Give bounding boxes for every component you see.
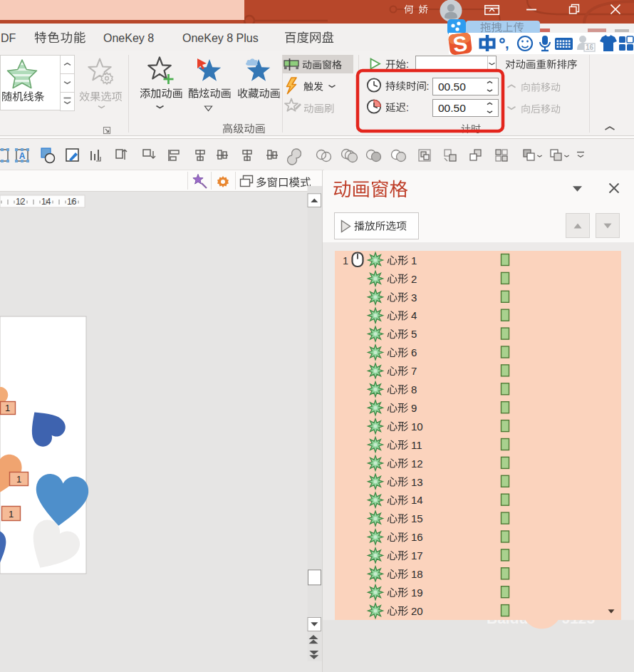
svg-text::: : bbox=[406, 58, 409, 70]
svg-text:4: 4 bbox=[411, 309, 417, 321]
svg-text:14: 14 bbox=[41, 197, 51, 207]
svg-text:12: 12 bbox=[16, 197, 26, 207]
svg-text:2: 2 bbox=[411, 273, 417, 285]
svg-text:00.50: 00.50 bbox=[438, 81, 466, 93]
svg-text:A: A bbox=[19, 151, 26, 161]
svg-text:DF: DF bbox=[1, 32, 16, 44]
svg-text:15: 15 bbox=[411, 512, 423, 524]
svg-text::: : bbox=[427, 81, 430, 92]
svg-text:11: 11 bbox=[411, 439, 422, 451]
svg-text:6: 6 bbox=[411, 346, 417, 358]
svg-text:8: 8 bbox=[411, 383, 417, 396]
svg-text:1: 1 bbox=[411, 254, 417, 267]
svg-text:1: 1 bbox=[5, 403, 10, 413]
svg-text:S: S bbox=[452, 31, 469, 56]
svg-text:1: 1 bbox=[16, 474, 21, 485]
svg-text:14: 14 bbox=[411, 494, 423, 506]
svg-text:16: 16 bbox=[586, 43, 594, 51]
svg-text:16: 16 bbox=[67, 197, 77, 207]
svg-text:OneKey 8: OneKey 8 bbox=[103, 32, 154, 44]
svg-text:19: 19 bbox=[411, 586, 423, 599]
svg-text:10: 10 bbox=[411, 420, 423, 433]
svg-text:9: 9 bbox=[411, 402, 417, 414]
svg-text:1: 1 bbox=[9, 509, 14, 519]
svg-text:17: 17 bbox=[411, 549, 423, 562]
svg-text:7: 7 bbox=[411, 365, 417, 377]
svg-text:,: , bbox=[505, 36, 509, 51]
svg-text::: : bbox=[406, 102, 409, 113]
svg-text:16: 16 bbox=[411, 531, 423, 543]
svg-text:00.50: 00.50 bbox=[438, 102, 466, 114]
svg-text:12: 12 bbox=[411, 458, 423, 470]
svg-text:5: 5 bbox=[411, 328, 417, 340]
svg-text:20: 20 bbox=[411, 605, 423, 617]
svg-text:3: 3 bbox=[411, 291, 417, 304]
svg-text:13: 13 bbox=[411, 476, 423, 488]
svg-text:18: 18 bbox=[411, 568, 423, 580]
svg-text:1: 1 bbox=[343, 255, 348, 267]
svg-text:OneKey 8 Plus: OneKey 8 Plus bbox=[182, 32, 259, 44]
